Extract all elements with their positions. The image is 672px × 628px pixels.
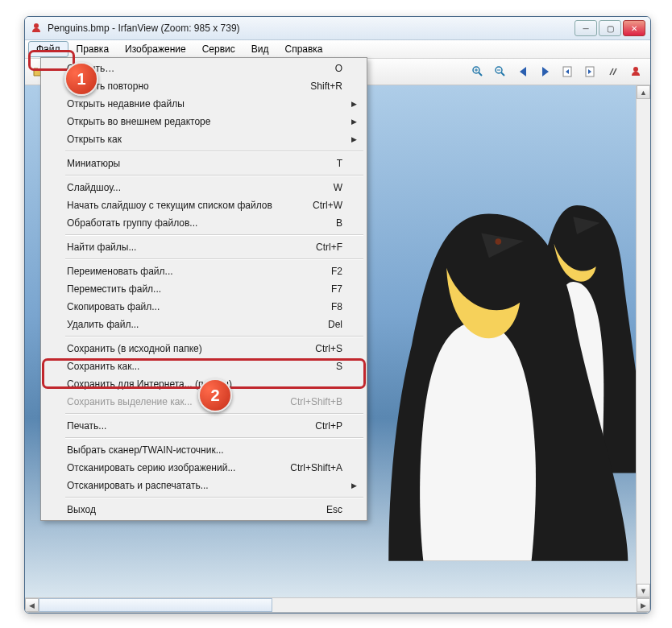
image-content: [371, 206, 637, 576]
scroll-up-icon[interactable]: ▲: [637, 85, 650, 99]
menu-file[interactable]: Файл: [28, 41, 68, 57]
prev-icon[interactable]: [513, 62, 533, 81]
scroll-left-icon[interactable]: ◀: [25, 598, 39, 612]
menu-delete[interactable]: Удалить файл...Del: [43, 316, 365, 333]
svg-point-15: [496, 238, 502, 245]
scroll-right-icon[interactable]: ▶: [637, 598, 650, 612]
menu-external[interactable]: Открыть во внешнем редакторе▶: [43, 113, 365, 130]
status-date: 30.08.2017 / 13:26:06: [274, 613, 374, 614]
status-zoom: 96 %: [153, 613, 187, 614]
first-icon[interactable]: [558, 62, 578, 81]
annotation-badge-2: 2: [198, 378, 232, 412]
menu-rename[interactable]: Переименовать файл...F2: [43, 262, 365, 280]
menu-help[interactable]: Справка: [276, 41, 330, 57]
menu-slideshow[interactable]: Слайдшоу...W: [43, 179, 365, 196]
menu-scan-print[interactable]: Отсканировать и распечатать...▶: [43, 477, 365, 494]
menu-copy[interactable]: Скопировать файл...F8: [43, 298, 365, 316]
last-icon[interactable]: [581, 62, 600, 81]
menu-view[interactable]: Вид: [243, 41, 277, 57]
menu-scan[interactable]: Отсканировать серию изображений...Ctrl+S…: [43, 459, 365, 477]
menubar: Файл Правка Изображение Сервис Вид Справ…: [25, 40, 650, 59]
menu-print[interactable]: Печать...Ctrl+P: [43, 417, 365, 435]
svg-point-14: [633, 67, 638, 72]
app-icon: [30, 22, 43, 35]
menu-save-as[interactable]: Сохранить как...S: [43, 357, 365, 375]
menu-move[interactable]: Переместить файл...F7: [43, 280, 365, 298]
menu-image[interactable]: Изображение: [117, 41, 194, 57]
svg-point-0: [34, 23, 39, 28]
settings-icon[interactable]: [604, 62, 623, 81]
scroll-thumb[interactable]: [39, 598, 272, 612]
status-index: 8/15: [122, 613, 152, 614]
vertical-scrollbar[interactable]: ▲ ▼: [636, 85, 650, 597]
window-title: Penguins.bmp - IrfanView (Zoom: 985 x 73…: [48, 23, 575, 34]
close-button[interactable]: ✕: [623, 20, 645, 36]
menu-start-slideshow[interactable]: Начать слайдшоу с текущим списком файлов…: [43, 196, 365, 214]
about-icon[interactable]: [626, 62, 645, 81]
titlebar: Penguins.bmp - IrfanView (Zoom: 985 x 73…: [25, 17, 650, 40]
statusbar: 1024 x 768 x 24 BPP 8/15 96 % 2.25 MB / …: [25, 613, 650, 614]
menu-batch[interactable]: Обработать группу файлов...B: [43, 214, 365, 232]
menu-twain[interactable]: Выбрать сканер/TWAIN-источник...: [43, 441, 365, 459]
menu-recent[interactable]: Открыть недавние файлы▶: [43, 95, 365, 113]
zoom-out-icon[interactable]: [491, 62, 510, 81]
zoom-in-icon[interactable]: [468, 62, 487, 81]
maximize-button[interactable]: ▢: [599, 20, 621, 36]
menu-edit[interactable]: Правка: [68, 41, 118, 57]
file-menu-dropdown: Открыть…O Открыть повторноShift+R Открыт…: [40, 57, 367, 521]
menu-thumbnails[interactable]: МиниатюрыT: [43, 155, 365, 172]
status-dimensions: 1024 x 768 x 24 BPP: [25, 613, 122, 614]
next-icon[interactable]: [536, 62, 555, 81]
menu-save[interactable]: Сохранить (в исходной папке)Ctrl+S: [43, 340, 365, 357]
horizontal-scrollbar[interactable]: ◀ ▶: [25, 598, 650, 613]
menu-exit[interactable]: ВыходEsc: [43, 501, 365, 519]
menu-find[interactable]: Найти файлы...Ctrl+F: [43, 238, 365, 256]
annotation-badge-1: 1: [64, 62, 98, 96]
menu-openas[interactable]: Открыть как▶: [43, 130, 365, 148]
menu-service[interactable]: Сервис: [194, 41, 243, 57]
scroll-down-icon[interactable]: ▼: [637, 584, 650, 597]
minimize-button[interactable]: ─: [575, 20, 597, 36]
status-size: 2.25 MB / 2.25 MB: [187, 613, 274, 614]
